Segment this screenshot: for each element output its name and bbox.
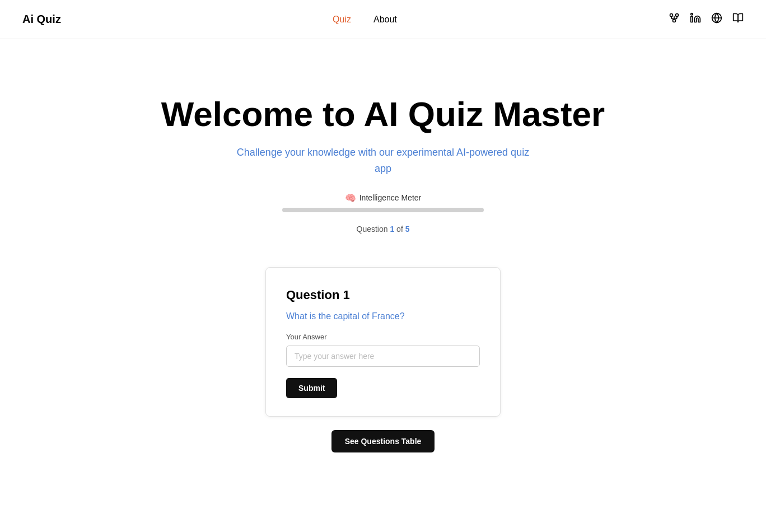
brain-icon: 🧠	[345, 193, 356, 203]
intelligence-meter-label: 🧠 Intelligence Meter	[345, 193, 422, 203]
intelligence-meter-text: Intelligence Meter	[359, 193, 422, 202]
globe-icon[interactable]	[711, 12, 722, 26]
submit-button[interactable]: Submit	[286, 378, 337, 398]
main-content: Welcome to AI Quiz Master Challenge your…	[0, 39, 766, 486]
nav-link-about[interactable]: About	[373, 15, 397, 25]
fork-icon[interactable]	[669, 12, 680, 26]
answer-label: Your Answer	[286, 333, 480, 341]
nav-logo: Ai Quiz	[22, 13, 61, 26]
question-card: Question 1 What is the capital of France…	[265, 267, 501, 417]
progress-bar-track	[282, 208, 484, 212]
book-icon[interactable]	[732, 12, 744, 26]
navbar: Ai Quiz Quiz About	[0, 0, 766, 39]
question-total: 5	[405, 225, 410, 234]
nav-link-quiz[interactable]: Quiz	[333, 15, 351, 25]
answer-input[interactable]	[286, 346, 480, 367]
question-text: What is the capital of France?	[286, 311, 480, 321]
intelligence-meter-container: 🧠 Intelligence Meter	[271, 193, 495, 212]
svg-point-5	[691, 13, 693, 15]
hero-title: Welcome to AI Quiz Master	[161, 95, 605, 133]
hero-subtitle: Challenge your knowledge with our experi…	[237, 144, 529, 177]
nav-links: Quiz About	[333, 15, 397, 25]
nav-icons	[669, 12, 744, 26]
question-title: Question 1	[286, 288, 480, 302]
question-counter: Question 1 of 5	[357, 225, 410, 234]
linkedin-icon[interactable]	[690, 12, 701, 26]
svg-rect-4	[691, 17, 693, 22]
see-questions-table-button[interactable]: See Questions Table	[331, 430, 435, 452]
question-current: 1	[390, 225, 394, 234]
